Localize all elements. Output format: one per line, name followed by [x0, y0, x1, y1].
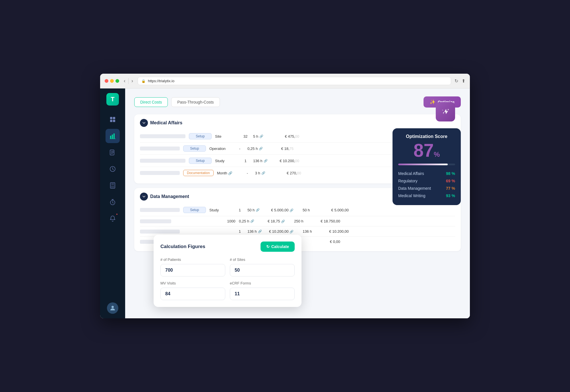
calculate-button[interactable]: ↻ Calculate: [261, 242, 295, 252]
opt-row-medical-writing: Medical Writing 93 %: [398, 192, 455, 199]
svg-rect-7: [110, 139, 115, 139]
opt-score-number: 87: [414, 140, 434, 161]
opt-row-regulatory: Regulatory 69 %: [398, 177, 455, 185]
external-link-icon[interactable]: 🔗: [264, 159, 268, 163]
row-quantity: -: [236, 147, 244, 151]
back-button[interactable]: ‹: [123, 77, 127, 85]
sidebar-item-timer[interactable]: [106, 195, 120, 209]
url-text: https://trialytix.io: [148, 79, 174, 83]
ecrf-forms-label: eCRF Forms: [230, 281, 295, 285]
opt-progress-bar: [398, 164, 455, 165]
external-link-icon[interactable]: 🔗: [259, 147, 263, 150]
external-link-icon[interactable]: 🔗: [250, 219, 254, 223]
tag-setup: Setup: [189, 158, 212, 164]
external-link-icon[interactable]: 🔗: [290, 209, 294, 212]
svg-rect-4: [110, 136, 111, 139]
row-category: Study: [209, 208, 232, 212]
tab-direct-costs[interactable]: Direct Costs: [134, 97, 168, 107]
forward-button[interactable]: ›: [130, 77, 134, 85]
row-category: Site: [215, 134, 238, 139]
sidebar-item-clock[interactable]: [106, 162, 120, 176]
row-quantity: 1: [236, 208, 244, 212]
opt-row-value: 69 %: [446, 179, 455, 183]
row-label-bar: [140, 219, 171, 223]
external-link-icon[interactable]: 🔗: [259, 135, 263, 138]
row-hours-2: 50 h: [303, 208, 320, 212]
tab-pass-through[interactable]: Pass-Through-Costs: [171, 97, 220, 107]
sites-label: # of Sites: [230, 257, 295, 262]
refresh-icon[interactable]: ↻: [455, 78, 458, 84]
svg-rect-2: [110, 120, 112, 122]
sidebar-item-grid[interactable]: [106, 112, 120, 127]
maximize-button[interactable]: [115, 79, 119, 83]
row-category: Study: [215, 159, 238, 163]
opt-row-value: 98 %: [446, 171, 455, 176]
section-collapse-icon[interactable]: [140, 119, 148, 127]
patients-input[interactable]: [160, 264, 225, 277]
svg-point-20: [442, 110, 443, 111]
svg-rect-3: [113, 120, 115, 122]
opt-row-value: 77 %: [446, 186, 455, 191]
row-category: Month 🔗: [217, 171, 240, 175]
row-label-bar: [140, 208, 180, 212]
sidebar-item-calculator[interactable]: [106, 178, 120, 193]
svg-point-15: [112, 187, 113, 187]
share-icon[interactable]: ⬆: [462, 78, 465, 84]
ecrf-forms-field: eCRF Forms: [230, 281, 295, 300]
url-bar[interactable]: 🔒 https://trialytix.io: [138, 77, 451, 85]
sites-input[interactable]: [230, 264, 295, 277]
row-label-bar: [140, 171, 180, 175]
external-link-icon[interactable]: 🔗: [261, 171, 265, 175]
sidebar-nav: [106, 112, 120, 302]
row-label-bar: [140, 230, 180, 234]
medical-affairs-header: Medical Affairs: [140, 119, 455, 127]
row-category: Operation: [209, 147, 232, 151]
sidebar: T: [100, 88, 125, 318]
row-quantity: 32: [241, 134, 250, 139]
calculate-label: Calculate: [271, 244, 289, 249]
row-amount: € 18,75: [268, 147, 294, 151]
mv-visits-input[interactable]: [160, 288, 225, 300]
ecrf-forms-input[interactable]: [230, 288, 295, 300]
row-amount-2: € 10.200,00: [323, 229, 349, 234]
patients-field: # of Patients: [160, 257, 225, 277]
svg-rect-1: [113, 117, 115, 119]
calc-header: Calculation Figures ↻ Calculate: [160, 242, 295, 252]
row-hours: 50 h 🔗: [247, 208, 265, 212]
app-logo[interactable]: T: [106, 93, 119, 106]
section-collapse-icon[interactable]: [140, 193, 148, 201]
amount-decimals: 00: [297, 171, 301, 175]
user-avatar[interactable]: [107, 302, 118, 314]
row-hours: 136 h 🔗: [253, 159, 270, 163]
sidebar-item-bell[interactable]: [106, 211, 120, 226]
amount-decimals: 00: [295, 159, 299, 163]
row-amount: € 270,00: [276, 171, 301, 175]
medical-affairs-title: Medical Affairs: [150, 120, 182, 125]
svg-rect-0: [110, 117, 112, 119]
sidebar-item-book[interactable]: [106, 145, 120, 160]
minimize-button[interactable]: [110, 79, 114, 83]
svg-point-12: [112, 186, 113, 186]
row-quantity: 1000: [227, 219, 236, 223]
calculation-figures-panel: Calculation Figures ↻ Calculate # of Pat…: [154, 235, 301, 307]
optimize-wand-icon: ✨: [430, 99, 435, 105]
right-controls: ✨ Optimize: [424, 96, 461, 108]
external-link-icon[interactable]: 🔗: [290, 230, 294, 233]
row-hours: 0,25 h 🔗: [247, 147, 265, 151]
row-hours: 136 h 🔗: [247, 229, 265, 234]
sidebar-item-chart[interactable]: [106, 129, 120, 143]
mv-visits-field: MV Visits: [160, 281, 225, 300]
link-icon[interactable]: 🔗: [228, 171, 232, 175]
external-link-icon[interactable]: 🔗: [256, 208, 260, 212]
external-link-icon[interactable]: 🔗: [258, 230, 262, 233]
external-link-icon[interactable]: 🔗: [281, 220, 285, 223]
tab-bar: Direct Costs Pass-Through-Costs ✨ Optimi…: [134, 96, 461, 108]
svg-point-14: [111, 187, 112, 187]
opt-row-label: Medical Writing: [398, 193, 425, 198]
optimize-icon-box[interactable]: [436, 102, 455, 121]
close-button[interactable]: [105, 79, 108, 83]
browser-nav: ‹ ›: [123, 77, 134, 85]
tag-documentation: Documentation: [183, 170, 214, 176]
lock-icon: 🔒: [141, 79, 146, 83]
row-amount: € 10.200,00 🔗: [268, 229, 294, 234]
